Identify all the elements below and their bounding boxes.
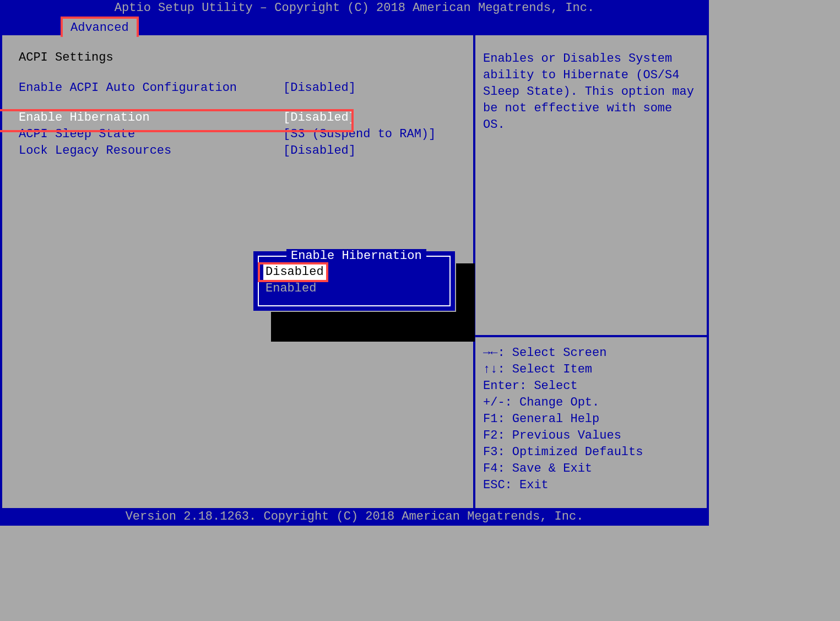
setting-value: [Disabled] bbox=[283, 143, 356, 159]
hint-enter-select: Enter: Select bbox=[483, 378, 699, 395]
section-title: ACPI Settings bbox=[19, 51, 468, 64]
hint-previous-values: F2: Previous Values bbox=[483, 428, 699, 444]
setting-lock-legacy-resources[interactable]: Lock Legacy Resources [Disabled] bbox=[19, 143, 468, 159]
popup-option-disabled[interactable]: Disabled bbox=[263, 264, 326, 280]
setting-label: Enable Hibernation bbox=[19, 110, 283, 126]
setting-label: Enable ACPI Auto Configuration bbox=[19, 80, 283, 96]
setting-value: [Disabled] bbox=[283, 80, 356, 96]
setting-label: ACPI Sleep State bbox=[19, 126, 283, 143]
tab-bar: Advanced bbox=[0, 17, 709, 35]
header-title: Aptio Setup Utility – Copyright (C) 2018… bbox=[0, 0, 709, 17]
setting-value: [Disabled] bbox=[283, 110, 356, 126]
setting-label: Lock Legacy Resources bbox=[19, 143, 283, 159]
footer-text: Version 2.18.1263. Copyright (C) 2018 Am… bbox=[0, 510, 709, 526]
popup-title: Enable Hibernation bbox=[286, 249, 426, 263]
hint-select-item: ↑↓: Select Item bbox=[483, 361, 699, 378]
hint-esc-exit: ESC: Exit bbox=[483, 477, 699, 494]
hint-select-screen: →←: Select Screen bbox=[483, 345, 699, 361]
tab-advanced[interactable]: Advanced bbox=[61, 17, 139, 37]
hint-save-exit: F4: Save & Exit bbox=[483, 461, 699, 477]
setting-value: [S3 (Suspend to RAM)] bbox=[283, 126, 436, 143]
key-hints: →←: Select Screen ↑↓: Select Item Enter:… bbox=[475, 337, 707, 508]
setting-acpi-sleep-state[interactable]: ACPI Sleep State [S3 (Suspend to RAM)] bbox=[19, 126, 468, 143]
popup-option-enabled[interactable]: Enabled bbox=[259, 280, 449, 298]
settings-pane: ACPI Settings Enable ACPI Auto Configura… bbox=[2, 35, 475, 508]
setting-acpi-auto-config[interactable]: Enable ACPI Auto Configuration [Disabled… bbox=[19, 80, 468, 96]
setting-enable-hibernation[interactable]: Enable Hibernation [Disabled] bbox=[19, 110, 468, 126]
hint-optimized-defaults: F3: Optimized Defaults bbox=[483, 444, 699, 461]
hint-change-opt: +/-: Change Opt. bbox=[483, 395, 699, 411]
popup-enable-hibernation: Enable Hibernation Disabled Enabled bbox=[252, 250, 456, 312]
hint-general-help: F1: General Help bbox=[483, 411, 699, 428]
help-description: Enables or Disables System ability to Hi… bbox=[475, 35, 707, 337]
